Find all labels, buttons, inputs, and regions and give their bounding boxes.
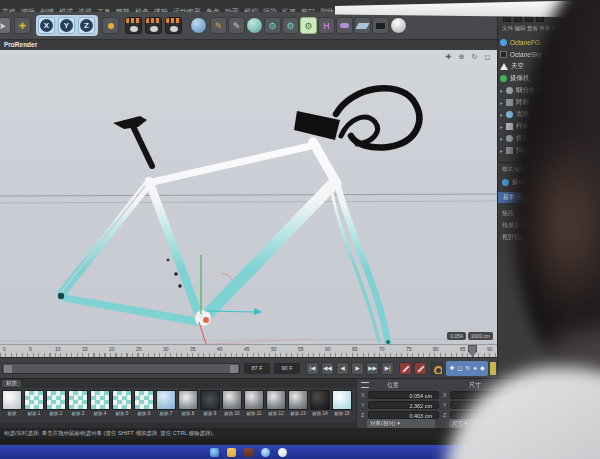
- key-parameter-icon[interactable]: ●: [473, 361, 477, 376]
- material-panel-tab[interactable]: 材质: [2, 380, 21, 387]
- material-thumb[interactable]: [134, 390, 154, 410]
- lock-y-button[interactable]: Y: [58, 17, 75, 34]
- material-name: 材质.10: [221, 411, 243, 416]
- viewport-header[interactable]: ProRender: [0, 40, 136, 50]
- material-thumb[interactable]: [24, 390, 44, 410]
- goto-start-button[interactable]: |◀: [306, 362, 319, 375]
- position-x-row: X0.054 cm: [361, 390, 439, 399]
- subdivision-surface-icon[interactable]: ⚙: [300, 17, 317, 34]
- keyframe-selection-button[interactable]: [414, 362, 427, 375]
- attribute-object-icon: [502, 179, 509, 186]
- timeline-ruler[interactable]: 0 5 10 15 20 25 30 35 40 45 50 55 60 65 …: [0, 344, 497, 357]
- coord-system-icon[interactable]: [102, 17, 119, 34]
- add-primitive-icon[interactable]: [190, 17, 207, 34]
- render-view-button[interactable]: [125, 17, 142, 34]
- viewport-3d[interactable]: ✚ ⊕ ↻ ◻: [0, 50, 497, 344]
- material-name: 材质: [1, 411, 23, 416]
- sky-object-icon: [500, 51, 507, 58]
- coords-mode-dropdown[interactable]: 对象(相对) ▾: [367, 419, 435, 428]
- material-thumb[interactable]: [244, 390, 264, 410]
- file-explorer-icon[interactable]: [227, 448, 236, 457]
- preview-range-slider[interactable]: [2, 363, 240, 374]
- lock-z-button[interactable]: Z: [78, 17, 95, 34]
- material-thumb[interactable]: [266, 390, 286, 410]
- frame-tick: 40: [217, 346, 223, 352]
- material-thumb[interactable]: [310, 390, 330, 410]
- material-name: 材质.11: [243, 411, 265, 416]
- sphere-tool-icon[interactable]: [246, 17, 263, 34]
- prev-key-button[interactable]: ◀◀: [321, 362, 334, 375]
- spline-object-icon: [506, 123, 513, 130]
- light-icon[interactable]: [390, 17, 407, 34]
- axis-tool-icon[interactable]: H: [318, 17, 335, 34]
- expand-icon[interactable]: ▸: [500, 147, 503, 154]
- position-z-field[interactable]: 0.403 cm: [368, 411, 439, 419]
- render-settings-button[interactable]: [165, 17, 182, 34]
- current-frame-field[interactable]: 87 F: [244, 363, 270, 374]
- key-scale-icon[interactable]: ◻: [457, 361, 462, 376]
- position-x-field[interactable]: 0.054 cm: [368, 391, 439, 399]
- goto-end-button[interactable]: ▶|: [381, 362, 394, 375]
- camera-icon[interactable]: [372, 17, 389, 34]
- app-icon-white[interactable]: [278, 448, 287, 457]
- material-name: 材质.9: [199, 411, 221, 416]
- expand-icon[interactable]: ▸: [500, 123, 503, 130]
- move-tool-icon[interactable]: ✚: [14, 17, 31, 34]
- autokey-button[interactable]: [430, 362, 443, 375]
- object-name: OctaneFG: [510, 39, 540, 46]
- material-thumb[interactable]: [332, 390, 352, 410]
- material-thumb[interactable]: [178, 390, 198, 410]
- material-thumb[interactable]: [46, 390, 66, 410]
- deformer-icon[interactable]: ⚙: [282, 17, 299, 34]
- x-axis-icon: X: [40, 19, 53, 32]
- solo-button[interactable]: [490, 362, 496, 375]
- playhead[interactable]: [468, 345, 477, 357]
- expand-icon[interactable]: ▸: [500, 99, 503, 106]
- position-z-row: Z0.403 cm: [361, 410, 439, 419]
- sketch-spline-icon[interactable]: ✎: [228, 17, 245, 34]
- key-position-icon[interactable]: ✚: [449, 361, 454, 376]
- generator-icon[interactable]: ⚙: [264, 17, 281, 34]
- symmetry-object-icon: [506, 99, 513, 106]
- render-region-button[interactable]: [145, 17, 162, 34]
- next-key-button[interactable]: ▶▶: [366, 362, 379, 375]
- hud-distance-value: 1600 cm: [468, 332, 493, 340]
- material-thumb[interactable]: [156, 390, 176, 410]
- app-icon-blue[interactable]: [261, 448, 270, 457]
- edge-browser-icon[interactable]: [210, 448, 219, 457]
- octane-object-icon: [500, 39, 507, 46]
- material-thumb[interactable]: [2, 390, 22, 410]
- coords-menu-icon[interactable]: [361, 382, 369, 388]
- capsule-icon[interactable]: [336, 17, 353, 34]
- live-selection-icon[interactable]: ➤: [0, 17, 11, 34]
- end-frame-field[interactable]: 90 F: [274, 363, 300, 374]
- clone-object-icon: [506, 111, 513, 118]
- app-icon-brown[interactable]: [244, 448, 253, 457]
- prev-frame-button[interactable]: ◀: [336, 362, 349, 375]
- key-pla-icon[interactable]: ◆: [480, 361, 485, 376]
- pen-spline-icon[interactable]: ✎: [210, 17, 227, 34]
- material-name: 材质.4: [89, 411, 111, 416]
- material-thumb[interactable]: [200, 390, 220, 410]
- floor-icon[interactable]: [354, 17, 371, 34]
- key-rotation-icon[interactable]: ↻: [465, 361, 470, 376]
- size-header: 尺寸: [469, 381, 481, 390]
- frame-tick: 10: [55, 346, 61, 352]
- material-thumb[interactable]: [90, 390, 110, 410]
- frame-tick: 80: [433, 346, 439, 352]
- material-thumb[interactable]: [68, 390, 88, 410]
- material-thumb[interactable]: [112, 390, 132, 410]
- play-button[interactable]: ▶: [351, 362, 364, 375]
- expand-icon[interactable]: ▸: [500, 111, 503, 118]
- keying-options-group: ✚ ◻ ↻ ● ◆: [446, 361, 488, 376]
- material-name: 材质.14: [309, 411, 331, 416]
- expand-icon[interactable]: ▸: [500, 87, 503, 94]
- material-thumb[interactable]: [222, 390, 242, 410]
- hud-scale-value: 0.054: [447, 332, 466, 340]
- record-button[interactable]: [399, 362, 412, 375]
- material-thumb[interactable]: [288, 390, 308, 410]
- lock-x-button[interactable]: X: [38, 17, 55, 34]
- position-y-field[interactable]: 2.362 cm: [368, 401, 439, 409]
- frame-tick: 55: [298, 346, 304, 352]
- expand-icon[interactable]: ▸: [500, 135, 503, 142]
